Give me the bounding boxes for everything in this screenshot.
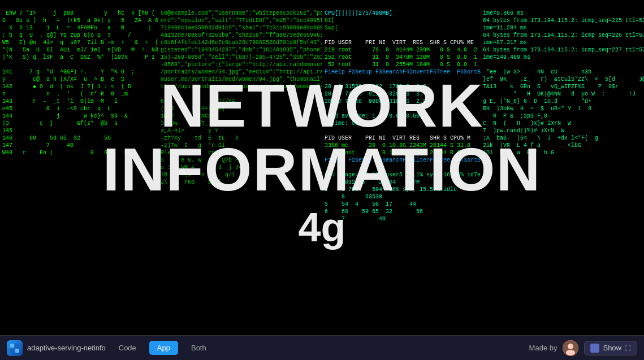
- show-icon: [590, 344, 599, 353]
- show-button[interactable]: Show ⛶: [584, 341, 637, 355]
- svg-rect-2: [10, 349, 14, 353]
- taskbar: adaptive-serving-netinfo Code App Both M…: [0, 335, 644, 360]
- made-by-label: Made by: [529, 344, 557, 352]
- taskbar-right: Made by Show ⛶: [529, 340, 637, 356]
- show-label: Show: [603, 344, 621, 352]
- terminal-col-4: ime=9.866 ms 64 bytes from 173.194.115.2…: [481, 0, 644, 333]
- svg-rect-3: [15, 349, 19, 353]
- taskbar-left: adaptive-serving-netinfo Code App Both: [7, 340, 215, 356]
- app-name-label: adaptive-serving-netinfo: [27, 344, 106, 352]
- svg-rect-0: [10, 344, 14, 348]
- svg-point-5: [568, 344, 573, 349]
- expand-icon: ⛶: [625, 345, 631, 352]
- svg-point-6: [566, 350, 575, 355]
- terminal-col-1: EhW 7 '1> j p00 y hC k [h0 ( 9 z|l G 0u …: [0, 0, 158, 333]
- avatar-svg: [563, 340, 578, 356]
- terminal-col-2: 50@example.com","username":"whitepeacock…: [158, 0, 322, 333]
- tab-both-button[interactable]: Both: [183, 340, 215, 355]
- tab-app-button[interactable]: App: [149, 341, 178, 355]
- avatar: [563, 340, 578, 356]
- svg-rect-1: [15, 344, 19, 348]
- app-icon-svg: [10, 343, 20, 353]
- terminal-col-3: CPU[||||||275/490MB] NI[ Swp[ PID USER P…: [322, 0, 481, 333]
- tab-code-button[interactable]: Code: [110, 340, 145, 355]
- terminal-background: EhW 7 '1> j p00 y hC k [h0 ( 9 z|l G 0u …: [0, 0, 644, 360]
- app-icon: [7, 340, 23, 356]
